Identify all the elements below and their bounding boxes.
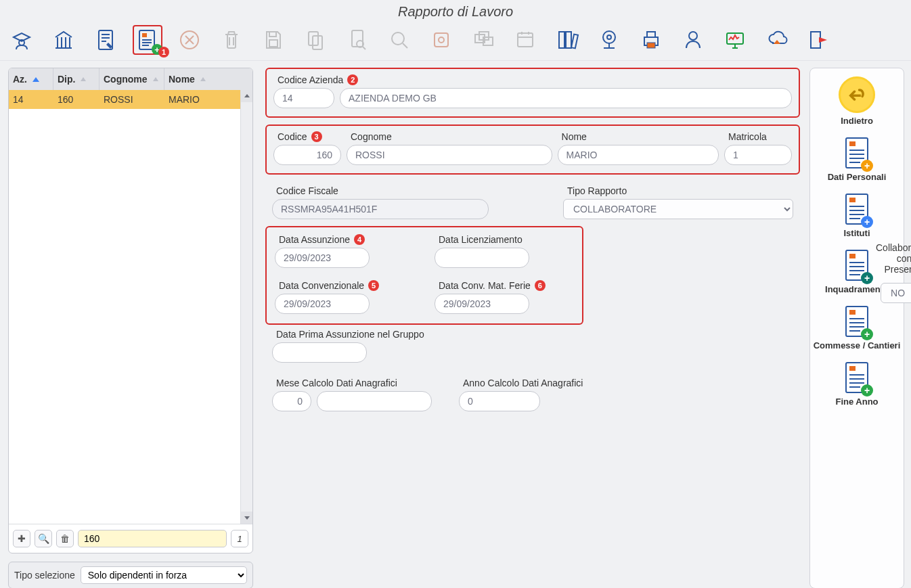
document-icon: + <box>843 361 870 394</box>
svg-rect-32 <box>849 198 856 202</box>
scrollbar[interactable] <box>240 90 252 524</box>
label-cf: Codice Fiscale <box>272 185 489 196</box>
search-row-button[interactable]: 🔍 <box>35 530 52 547</box>
input-nome[interactable] <box>558 145 719 165</box>
tipo-selezione-select[interactable]: Solo dipendenti in forza <box>81 566 247 584</box>
table-row[interactable]: 14 160 ROSSI MARIO <box>9 90 252 109</box>
label-codice-azienda: Codice Azienda2 <box>273 74 792 85</box>
input-matricola[interactable] <box>724 145 792 165</box>
svg-rect-25 <box>647 43 655 48</box>
cell-nome: MARIO <box>164 90 252 109</box>
cell-dip: 160 <box>53 90 99 109</box>
nav-commesse[interactable]: + Commesse / Cantieri <box>814 305 901 350</box>
input-assunzione[interactable] <box>275 248 370 268</box>
svg-point-11 <box>392 32 404 45</box>
svg-rect-30 <box>849 141 856 146</box>
badge-4: 4 <box>354 234 365 245</box>
institution-icon[interactable] <box>49 25 79 55</box>
filter-input[interactable] <box>78 530 227 547</box>
nav-indietro[interactable]: Indietro <box>839 76 875 126</box>
label-cognome: Cognome <box>347 131 552 142</box>
input-matferie[interactable] <box>435 294 529 314</box>
badge-5: 5 <box>368 280 379 291</box>
input-licenziamento[interactable] <box>435 248 529 268</box>
svg-rect-20 <box>571 35 578 49</box>
right-nav: Indietro + Dati Personali + Istituti + I… <box>809 68 904 588</box>
svg-rect-17 <box>518 33 533 47</box>
nav-dati-personali[interactable]: + Dati Personali <box>828 137 887 182</box>
webcam-icon[interactable] <box>594 25 624 55</box>
box-dipendente: Codice3 Cognome Nome Matricola <box>265 125 800 175</box>
nav-label: Commesse / Cantieri <box>814 340 901 350</box>
svg-rect-28 <box>811 32 820 48</box>
row-count: 1 <box>231 530 248 547</box>
input-mese-calc[interactable] <box>272 391 311 411</box>
new-record-icon[interactable]: + 1 <box>133 25 162 55</box>
input-cognome[interactable] <box>347 145 552 165</box>
copy-doc-icon <box>301 25 330 55</box>
label-gruppo: Data Prima Assunzione nel Gruppo <box>272 329 462 340</box>
nav-fine-anno[interactable]: + Fine Anno <box>835 361 878 407</box>
exit-icon[interactable] <box>804 25 834 55</box>
cancel-icon <box>175 25 204 55</box>
label-codice: Codice3 <box>273 131 341 142</box>
cell-az: 14 <box>9 90 53 109</box>
input-azienda-name[interactable] <box>340 88 792 108</box>
delete-row-button[interactable]: 🗑 <box>56 530 74 547</box>
input-azienda-code[interactable] <box>273 88 334 108</box>
label-tipo-rapporto: Tipo Rapporto <box>563 185 793 196</box>
svg-rect-24 <box>647 32 655 37</box>
svg-point-22 <box>607 35 611 39</box>
input-convenzionale[interactable] <box>275 294 370 314</box>
view-doc-icon <box>342 25 372 55</box>
tipo-selezione-label: Tipo selezione <box>14 570 75 581</box>
student-icon[interactable] <box>7 25 37 55</box>
nav-istituti[interactable]: + Istituti <box>843 193 870 238</box>
back-arrow-icon <box>839 76 875 113</box>
label-convenzionale: Data Convenzionale5 <box>275 280 414 291</box>
save-icon <box>259 25 288 55</box>
col-dip[interactable]: Dip. <box>53 68 99 90</box>
user-icon[interactable] <box>678 25 708 55</box>
cell-cognome: ROSSI <box>99 90 164 109</box>
svg-point-21 <box>603 31 615 43</box>
box-codice-azienda: Codice Azienda2 <box>265 68 800 118</box>
label-matferie: Data Conv. Mat. Ferie6 <box>435 280 574 291</box>
page-title: Rapporto di Lavoro <box>0 0 911 22</box>
trash-icon <box>217 25 246 55</box>
toolbar-badge-1: 1 <box>158 47 169 58</box>
search-icon <box>384 25 414 55</box>
svg-rect-6 <box>269 40 277 47</box>
cloud-sync-icon[interactable] <box>762 25 792 55</box>
nav-label: Dati Personali <box>828 172 887 182</box>
nav-label: Istituti <box>844 228 870 238</box>
svg-rect-34 <box>849 254 856 258</box>
input-mese-desc[interactable] <box>317 391 432 411</box>
box-date: Data Assunzione4 Data Licenziamento Data… <box>265 226 583 325</box>
badge-2: 2 <box>347 74 358 85</box>
nav-label: Indietro <box>841 116 873 126</box>
grid-header: Az. Dip. Cognome Nome <box>9 68 252 90</box>
input-cf <box>272 199 489 219</box>
col-cognome[interactable]: Cognome <box>99 68 164 90</box>
input-anno-calc[interactable] <box>459 391 540 411</box>
select-collab[interactable]: NO <box>881 283 911 303</box>
svg-rect-36 <box>849 310 856 315</box>
input-codice[interactable] <box>273 145 341 165</box>
target-icon <box>426 25 456 55</box>
svg-point-13 <box>439 37 444 43</box>
monitor-icon[interactable] <box>720 25 750 55</box>
col-nome[interactable]: Nome <box>164 68 252 90</box>
archive-icon[interactable] <box>552 25 582 55</box>
label-mese-calc: Mese Calcolo Dati Anagrafici <box>272 378 432 388</box>
svg-rect-3 <box>142 33 147 37</box>
select-tipo-rapporto[interactable]: COLLABORATORE <box>563 199 793 219</box>
col-az[interactable]: Az. <box>9 68 53 90</box>
add-row-button[interactable]: ✚ <box>13 530 30 547</box>
input-gruppo[interactable] <box>272 342 367 363</box>
main-toolbar: + 1 <box>0 22 911 61</box>
document-icon: + <box>843 305 870 338</box>
badge-3: 3 <box>311 131 322 142</box>
printer-icon[interactable] <box>636 25 666 55</box>
document-edit-icon[interactable] <box>91 25 120 55</box>
